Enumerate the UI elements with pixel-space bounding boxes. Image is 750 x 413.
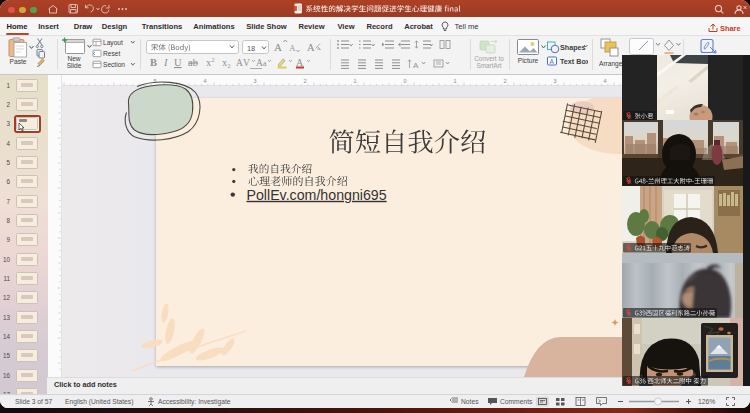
- svg-text:126%: 126%: [698, 398, 715, 405]
- svg-text:Notes: Notes: [461, 398, 479, 405]
- svg-text:PollEv.com/hongni695: PollEv.com/hongni695: [247, 187, 387, 203]
- svg-text:Comments: Comments: [500, 398, 533, 405]
